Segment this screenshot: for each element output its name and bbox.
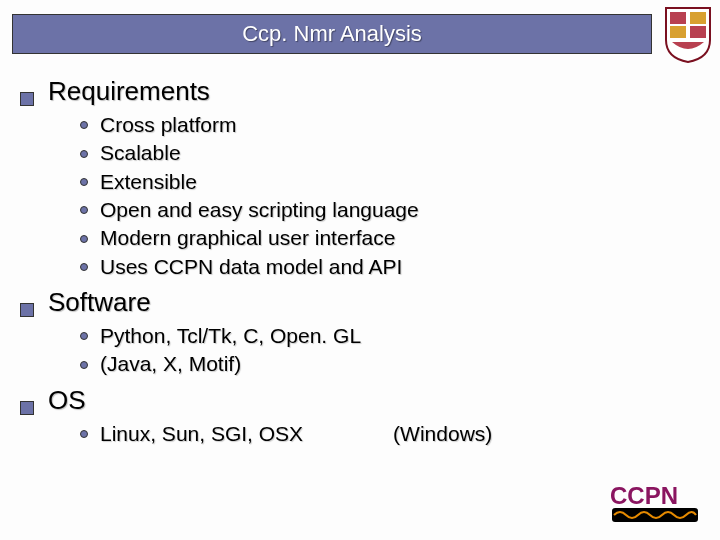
list-item-text: Extensible: [100, 168, 197, 196]
os-aside: (Windows): [393, 420, 492, 448]
list-item: Scalable: [80, 139, 700, 167]
svg-rect-3: [690, 26, 706, 38]
list-item-text: Cross platform: [100, 111, 237, 139]
title-bar: Ccp. Nmr Analysis: [12, 14, 652, 54]
dot-bullet-icon: [80, 121, 88, 129]
dot-bullet-icon: [80, 235, 88, 243]
list-item-text: Python, Tcl/Tk, C, Open. GL: [100, 322, 361, 350]
svg-rect-2: [670, 26, 686, 38]
section-software: Software: [20, 287, 700, 318]
cambridge-crest-icon: [664, 6, 712, 68]
list-item: Cross platform: [80, 111, 700, 139]
ccpn-logo: CCPN: [610, 482, 706, 530]
square-bullet-icon: [20, 92, 34, 106]
list-item: Uses CCPN data model and API: [80, 253, 700, 281]
list-item-text: Open and easy scripting language: [100, 196, 419, 224]
section-heading: Requirements: [48, 76, 210, 107]
os-list: Linux, Sun, SGI, OSX (Windows): [80, 420, 700, 448]
section-requirements: Requirements: [20, 76, 700, 107]
list-item-text: Scalable: [100, 139, 181, 167]
dot-bullet-icon: [80, 361, 88, 369]
svg-rect-0: [670, 12, 686, 24]
requirements-list: Cross platform Scalable Extensible Open …: [80, 111, 700, 281]
list-item-text: Linux, Sun, SGI, OSX: [100, 420, 303, 448]
dot-bullet-icon: [80, 430, 88, 438]
list-item-text: Modern graphical user interface: [100, 224, 395, 252]
dot-bullet-icon: [80, 263, 88, 271]
section-heading: Software: [48, 287, 151, 318]
section-os: OS: [20, 385, 700, 416]
dot-bullet-icon: [80, 178, 88, 186]
list-item: Python, Tcl/Tk, C, Open. GL: [80, 322, 700, 350]
content: Requirements Cross platform Scalable Ext…: [20, 70, 700, 450]
dot-bullet-icon: [80, 332, 88, 340]
square-bullet-icon: [20, 401, 34, 415]
list-item: Extensible: [80, 168, 700, 196]
section-heading: OS: [48, 385, 86, 416]
list-item: Linux, Sun, SGI, OSX (Windows): [80, 420, 700, 448]
list-item: Modern graphical user interface: [80, 224, 700, 252]
software-list: Python, Tcl/Tk, C, Open. GL (Java, X, Mo…: [80, 322, 700, 379]
dot-bullet-icon: [80, 150, 88, 158]
dot-bullet-icon: [80, 206, 88, 214]
square-bullet-icon: [20, 303, 34, 317]
list-item: (Java, X, Motif): [80, 350, 700, 378]
page-title: Ccp. Nmr Analysis: [242, 21, 422, 47]
list-item-text: (Java, X, Motif): [100, 350, 241, 378]
list-item-text: Uses CCPN data model and API: [100, 253, 402, 281]
svg-rect-1: [690, 12, 706, 24]
list-item: Open and easy scripting language: [80, 196, 700, 224]
ccpn-logo-text: CCPN: [610, 482, 678, 509]
